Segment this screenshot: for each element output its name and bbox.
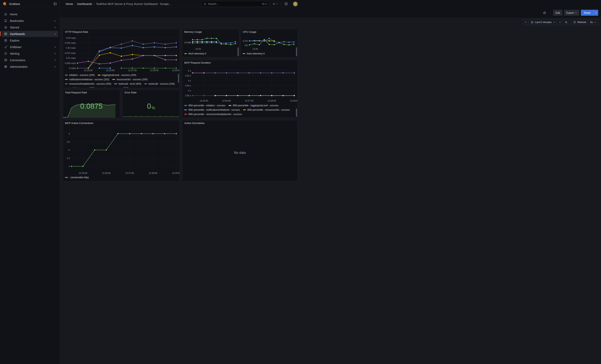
- svg-text:0.03 req/s: 0.03 req/s: [66, 37, 76, 39]
- connections-legend: - (streamable-http): [65, 175, 177, 180]
- legend-item[interactable]: 95th percentile - initialize - success: [184, 103, 225, 108]
- panel-title[interactable]: MCP Request Duration: [184, 61, 211, 64]
- legend-item[interactable]: fetch-telemetry-0: [184, 51, 206, 56]
- sidebar-item-label: Starred: [10, 26, 53, 29]
- panel-memory-usage: Memory Usage 16 MiB12:25 fetch-telemetry…: [182, 29, 239, 58]
- apps-grid-icon: [4, 32, 8, 36]
- legend-item[interactable]: tools/call - success (200): [144, 82, 175, 86]
- sidebar-item-label: Connections: [10, 59, 53, 62]
- no-data-message: No data: [182, 124, 298, 181]
- legend-marker: [144, 83, 147, 84]
- legend-marker: [65, 83, 68, 84]
- grafana-logo-icon[interactable]: [3, 2, 7, 6]
- legend-item[interactable]: logging/setLevel - success (200): [98, 73, 136, 77]
- search-shortcut: ⌘+k: [262, 3, 267, 5]
- panel-mcp-active-connections: MCP Active Connections 32.521.5112:25:00…: [63, 120, 180, 181]
- legend-scrollbar[interactable]: [238, 47, 239, 56]
- legend-marker: [114, 83, 117, 84]
- legend-scrollbar[interactable]: [178, 74, 179, 83]
- legend-item[interactable]: 95th percentile - resources/templates/li…: [184, 112, 242, 117]
- active-indicator: [0, 31, 0, 36]
- sidebar-item-label: Explore: [10, 39, 57, 42]
- panel-http-request-rate: HTTP Request Rate 0 req/s0.005 req/s0.01…: [63, 29, 180, 88]
- legend-item[interactable]: resources/templates/list - success (200): [65, 82, 111, 86]
- svg-text:12:27:00: 12:27:00: [245, 99, 253, 102]
- chevron-down-icon[interactable]: [53, 20, 57, 22]
- svg-text:0.015 req/s: 0.015 req/s: [65, 52, 76, 54]
- legend-item[interactable]: tools/call - error (404): [114, 82, 141, 86]
- legend-item[interactable]: unknown - success (200): [98, 86, 129, 88]
- sidebar-item-starred[interactable]: Starred: [2, 24, 58, 30]
- add-new-button[interactable]: [271, 1, 279, 7]
- memory-usage-chart[interactable]: 16 MiB12:25: [183, 34, 238, 51]
- panel-title[interactable]: CPU Usage: [243, 30, 256, 33]
- svg-text:12:25:00: 12:25:00: [84, 69, 93, 71]
- chevron-down-icon[interactable]: [53, 52, 57, 55]
- sidebar-toggle-icon[interactable]: [52, 1, 58, 7]
- legend-marker: [184, 114, 187, 115]
- svg-text:12:25: 12:25: [195, 48, 201, 50]
- panel-title[interactable]: HTTP Request Rate: [65, 30, 88, 33]
- svg-text:0%: 0%: [245, 44, 248, 47]
- sidebar-item-label: Alerting: [10, 52, 53, 55]
- svg-text:12:29:00: 12:29:00: [172, 172, 180, 174]
- breadcrumb-item[interactable]: Home: [66, 2, 73, 6]
- legend-item[interactable]: tools/list - success (200): [65, 86, 95, 88]
- chevron-down-icon[interactable]: [53, 33, 57, 35]
- legend-marker: [184, 109, 187, 110]
- search-input[interactable]: Search... ⌘+k: [201, 1, 269, 7]
- sidebar-item-home[interactable]: Home: [2, 11, 58, 17]
- sidebar-item-dashboards[interactable]: Dashboards: [2, 31, 58, 37]
- sidebar-item-connections[interactable]: Connections: [2, 57, 58, 63]
- chevron-down-icon[interactable]: [53, 59, 57, 61]
- panel-title[interactable]: Active Goroutines: [184, 122, 205, 125]
- legend-item[interactable]: notifications/initialized - success (202…: [65, 77, 109, 82]
- avatar[interactable]: [293, 2, 298, 6]
- sidebar-item-bookmarks[interactable]: Bookmarks: [2, 18, 58, 24]
- cpu-usage-chart[interactable]: 0.2%0%12:25: [241, 34, 296, 51]
- legend-item[interactable]: 95th percentile - resources/list - succe…: [243, 108, 290, 112]
- brand-name: Grafana: [9, 2, 52, 6]
- chevron-down-icon[interactable]: [53, 66, 57, 68]
- http-request-rate-chart[interactable]: 0 req/s0.005 req/s0.01 req/s0.015 req/s0…: [64, 35, 178, 72]
- legend-item[interactable]: resources/list - success (200): [112, 77, 148, 82]
- sidebar-item-drilldown[interactable]: Drilldown: [2, 44, 58, 50]
- header-divider: [281, 2, 281, 6]
- help-icon[interactable]: [283, 1, 289, 7]
- panel-active-goroutines: Active Goroutines No data: [182, 120, 298, 181]
- legend-item[interactable]: - (streamable-http): [65, 175, 89, 180]
- sidebar-item-administration[interactable]: Administration: [2, 64, 58, 70]
- sidebar-item-alerting[interactable]: Alerting: [2, 50, 58, 57]
- legend-item[interactable]: 95th percentile - logging/setLevel - suc…: [229, 103, 279, 108]
- chevron-down-icon[interactable]: [53, 46, 57, 48]
- svg-text:2: 2: [69, 149, 70, 151]
- svg-text:12:28:00: 12:28:00: [150, 69, 159, 71]
- legend-marker: [229, 105, 231, 106]
- panel-error-rate: Error Rate 0%: [122, 90, 180, 118]
- breadcrumb-item[interactable]: ToolHive MCP Server & Proxy Runner Dashb…: [96, 2, 171, 6]
- legend-item[interactable]: 95th percentile - notifications/initiali…: [184, 108, 240, 112]
- sidebar-item-explore[interactable]: Explore: [2, 37, 58, 43]
- breadcrumb-item[interactable]: Dashboards: [77, 2, 92, 6]
- sidebar-item-label: Drilldown: [10, 46, 53, 49]
- legend-scrollbar[interactable]: [296, 108, 297, 117]
- svg-text:12:27:00: 12:27:00: [125, 172, 134, 174]
- legend-item[interactable]: initialize - success (200): [65, 73, 95, 77]
- chevron-down-icon[interactable]: [53, 26, 57, 29]
- panel-mcp-request-duration: MCP Request Duration 5 s4.50 s4 s3.50 s3…: [182, 60, 298, 118]
- panel-title[interactable]: MCP Active Connections: [65, 122, 93, 125]
- svg-text:3.50 s: 3.50 s: [185, 84, 191, 87]
- legend-item[interactable]: fetch-telemetry-0: [243, 51, 265, 56]
- compass-icon: [4, 39, 8, 42]
- sidebar-item-label: Dashboards: [10, 32, 53, 36]
- svg-text:12:26:00: 12:26:00: [106, 69, 114, 71]
- cpu-legend: fetch-telemetry-0: [243, 51, 295, 56]
- legend-marker: [243, 53, 245, 54]
- sidebar-item-label: Administration: [10, 65, 53, 68]
- mcp-request-duration-chart[interactable]: 5 s4.50 s4 s3.50 s3 s2.50 s12:25:0012:26…: [183, 66, 296, 103]
- mcp-active-connections-chart[interactable]: 32.521.5112:25:0012:26:0012:27:0012:28:0…: [64, 126, 178, 175]
- panel-title[interactable]: Memory Usage: [184, 30, 202, 33]
- legend-scrollbar[interactable]: [296, 47, 297, 56]
- svg-text:2.50 s: 2.50 s: [185, 94, 191, 97]
- svg-text:0.025 req/s: 0.025 req/s: [65, 42, 76, 44]
